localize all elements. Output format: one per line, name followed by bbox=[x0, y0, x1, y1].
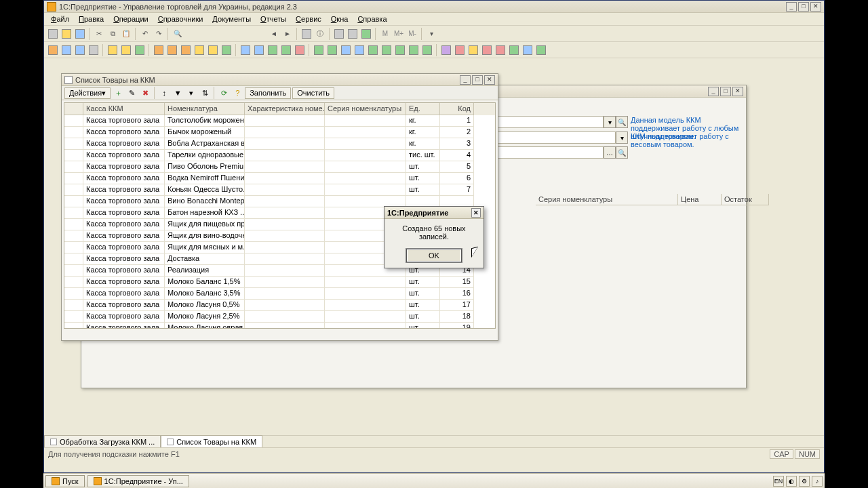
tb2-icon[interactable] bbox=[353, 44, 366, 56]
tb-dropdown-icon[interactable]: ▾ bbox=[425, 28, 437, 40]
table-row[interactable]: Касса торгового залаТарелки одноразовыет… bbox=[64, 150, 495, 161]
menu-item[interactable]: Операции bbox=[109, 14, 152, 24]
tb2-icon[interactable] bbox=[60, 44, 73, 56]
col-h[interactable]: Серия номенклатуры bbox=[536, 194, 678, 205]
menu-item[interactable]: Файл bbox=[47, 14, 73, 24]
table-row[interactable]: Касса торгового залаТолстолобик морожен.… bbox=[64, 115, 495, 127]
menu-item[interactable]: Правка bbox=[75, 14, 108, 24]
column-header[interactable]: Серия номенклатуры bbox=[325, 103, 406, 115]
model-field[interactable] bbox=[481, 116, 604, 128]
tb2-icon[interactable] bbox=[74, 44, 86, 56]
column-header[interactable]: Код bbox=[440, 103, 474, 115]
field-2-dropdown[interactable]: ▾ bbox=[616, 131, 628, 144]
col-h[interactable]: Цена bbox=[678, 194, 722, 205]
tb-mminus[interactable]: M- bbox=[406, 28, 418, 40]
tb-icon[interactable] bbox=[360, 28, 372, 40]
filter2-icon[interactable]: ▾ bbox=[185, 87, 197, 99]
tb-mplus[interactable]: M+ bbox=[393, 28, 405, 40]
list-close-button[interactable]: ✕ bbox=[484, 75, 495, 85]
tb2-icon[interactable] bbox=[120, 44, 132, 56]
add-icon[interactable]: ＋ bbox=[112, 87, 124, 99]
tb2-icon[interactable] bbox=[47, 44, 59, 56]
back-close-button[interactable]: ✕ bbox=[732, 87, 743, 96]
start-button[interactable]: Пуск bbox=[45, 475, 85, 487]
col-h[interactable]: Остаток bbox=[722, 194, 769, 205]
window-tab[interactable]: Обработка Загрузка ККМ ... bbox=[44, 435, 161, 447]
table-row[interactable]: Касса торгового залаПиво Оболонь Premiu.… bbox=[64, 161, 495, 173]
minimize-button[interactable]: _ bbox=[786, 2, 797, 12]
taskbar-app[interactable]: 1С:Предприятие - Уп... bbox=[87, 475, 189, 487]
tb2-icon[interactable] bbox=[408, 44, 420, 56]
table-row[interactable]: Касса торгового залаМолоко Баланс 1,5%шт… bbox=[64, 277, 495, 288]
table-row[interactable]: Касса торгового залаВобла Астраханская в… bbox=[64, 138, 495, 150]
table-row[interactable]: Касса торгового залаМолоко Баланс 3,5%шт… bbox=[64, 288, 495, 300]
back-maximize-button[interactable]: □ bbox=[720, 87, 731, 96]
list-window-titlebar[interactable]: Список Товары на ККМ _ □ ✕ bbox=[62, 74, 498, 86]
move-up-icon[interactable]: ↕ bbox=[158, 87, 170, 99]
tb2-icon[interactable] bbox=[380, 44, 393, 56]
tb2-icon[interactable] bbox=[421, 44, 433, 56]
dialog-close-button[interactable]: ✕ bbox=[471, 208, 481, 218]
new-icon[interactable] bbox=[47, 28, 59, 40]
tb2-icon[interactable] bbox=[193, 44, 205, 56]
tb2-icon[interactable] bbox=[253, 44, 265, 56]
search-icon[interactable]: 🔍 bbox=[172, 28, 184, 40]
model-lookup-button[interactable]: 🔍 bbox=[616, 116, 628, 128]
list-minimize-button[interactable]: _ bbox=[460, 75, 471, 85]
table-row[interactable]: Касса торгового залаКоньяк Одесса Шусто.… bbox=[64, 184, 495, 196]
help-icon[interactable]: ? bbox=[231, 87, 243, 99]
tb2-icon[interactable] bbox=[239, 44, 252, 56]
table-row[interactable]: Касса торгового залаВодка Nemiroff Пшени… bbox=[64, 173, 495, 184]
field-3-lookup[interactable]: 🔍 bbox=[616, 146, 628, 159]
tb2-icon[interactable] bbox=[294, 44, 306, 56]
info-icon[interactable]: ⓘ bbox=[314, 28, 326, 40]
dialog-titlebar[interactable]: 1С:Предприятие ✕ bbox=[384, 207, 484, 219]
copy-icon[interactable]: ⧉ bbox=[106, 28, 119, 40]
cut-icon[interactable]: ✂ bbox=[93, 28, 105, 40]
tb2-icon[interactable] bbox=[367, 44, 379, 56]
menu-item[interactable]: Справочники bbox=[154, 14, 208, 24]
menu-item[interactable]: Справка bbox=[353, 14, 391, 24]
tb2-icon[interactable] bbox=[521, 44, 534, 56]
table-row[interactable]: Касса торгового залаБычок мороженыйкг.2 bbox=[64, 127, 495, 138]
save-icon[interactable] bbox=[74, 28, 86, 40]
tb-m[interactable]: M bbox=[379, 28, 391, 40]
tb2-icon[interactable] bbox=[220, 44, 233, 56]
menu-item[interactable]: Окна bbox=[327, 14, 353, 24]
open-icon[interactable] bbox=[60, 28, 73, 40]
tb2-icon[interactable] bbox=[207, 44, 219, 56]
column-header[interactable]: Номенклатура bbox=[165, 103, 245, 115]
tb2-icon[interactable] bbox=[494, 44, 507, 56]
sort-icon[interactable]: ⇅ bbox=[199, 87, 211, 99]
maximize-button[interactable]: □ bbox=[798, 2, 809, 12]
menu-item[interactable]: Документы bbox=[208, 14, 255, 24]
edit-icon[interactable]: ✎ bbox=[125, 87, 138, 99]
column-header[interactable]: Касса ККМ bbox=[83, 103, 165, 115]
tb2-icon[interactable] bbox=[326, 44, 338, 56]
table-row[interactable]: Касса торгового залаМолоко Ласуня 2,5%шт… bbox=[64, 311, 495, 323]
tb2-icon[interactable] bbox=[280, 44, 292, 56]
tb2-icon[interactable] bbox=[267, 44, 279, 56]
redo-icon[interactable]: ↷ bbox=[153, 28, 165, 40]
tb2-icon[interactable] bbox=[508, 44, 520, 56]
field-2[interactable] bbox=[481, 131, 616, 144]
tb2-icon[interactable] bbox=[340, 44, 352, 56]
nav-fwd-icon[interactable]: ► bbox=[281, 28, 294, 40]
refresh-icon[interactable]: ⟳ bbox=[218, 87, 230, 99]
tb2-icon[interactable] bbox=[454, 44, 466, 56]
clear-button[interactable]: Очистить bbox=[292, 87, 334, 99]
fill-button[interactable]: Заполнить bbox=[245, 87, 291, 99]
calc-icon[interactable] bbox=[300, 28, 313, 40]
menubar[interactable]: ФайлПравкаОперацииСправочникиДокументыОт… bbox=[44, 13, 824, 26]
tb2-icon[interactable] bbox=[481, 44, 493, 56]
lang-indicator[interactable]: EN bbox=[773, 476, 784, 487]
tb2-icon[interactable] bbox=[394, 44, 406, 56]
column-header[interactable] bbox=[64, 103, 83, 115]
tb2-icon[interactable] bbox=[313, 44, 325, 56]
tb-icon[interactable] bbox=[333, 28, 345, 40]
nav-back-icon[interactable]: ◄ bbox=[268, 28, 280, 40]
tb-icon[interactable] bbox=[347, 28, 359, 40]
tb2-icon[interactable] bbox=[440, 44, 452, 56]
model-dropdown-button[interactable]: ▾ bbox=[604, 116, 616, 128]
dialog-ok-button[interactable]: OK bbox=[406, 249, 462, 262]
